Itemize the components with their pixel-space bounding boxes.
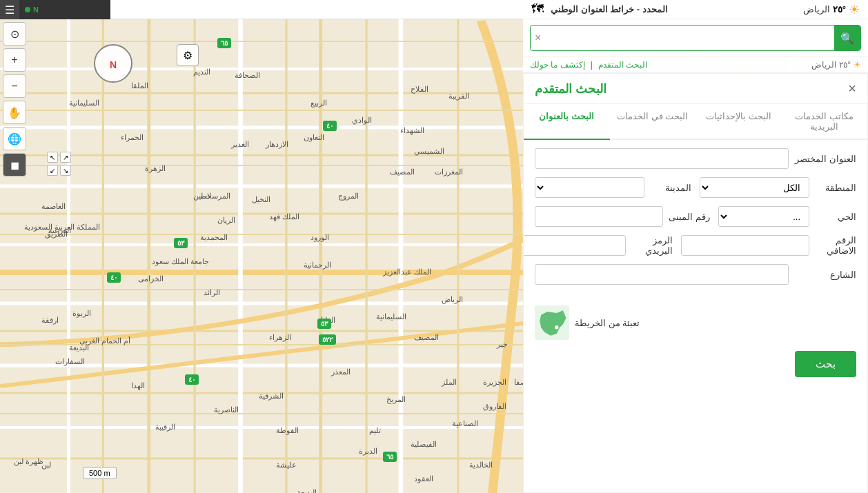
- weather-temp-small: ☀ °٢٥ الرياض: [811, 60, 861, 70]
- advanced-search-panel: × البحث المتقدم البحث بالعنوان البحث في …: [523, 73, 868, 493]
- short-address-row: العنوان المختصر: [535, 148, 856, 169]
- highway-marker-hm5: ٥٣: [317, 319, 331, 329]
- expand-bottomright-button[interactable]: ↘: [60, 165, 71, 176]
- highway-marker-hm4: ٤٠: [107, 272, 121, 283]
- highway-marker-hm3: ٥٣: [174, 238, 188, 248]
- advanced-search-title: البحث المتقدم: [535, 81, 606, 97]
- pan-icon: ✋: [8, 106, 21, 119]
- zoom-in-icon: +: [11, 54, 17, 66]
- highway-marker-hm6: ٥٢٢: [319, 334, 336, 345]
- map-logo-icon: 🗺: [531, 2, 544, 17]
- right-panel: ☀ °٢٥ الرياض المحدد - خرائط العنوان الوط…: [523, 0, 868, 493]
- scale-label: 500 m: [89, 469, 110, 477]
- tab-by-service[interactable]: البحث في الخدمات: [610, 104, 696, 140]
- search-submit-button[interactable]: بحث: [795, 351, 856, 377]
- svg-point-45: [555, 325, 558, 329]
- region-city-row: المنطقة الكل المدينة: [535, 177, 856, 198]
- weather-city: الرياض: [803, 4, 830, 14]
- tab-by-address[interactable]: البحث بالعنوان: [524, 104, 610, 140]
- expand-bottomleft-button[interactable]: ↙: [47, 165, 58, 176]
- city-col: المدينة: [535, 177, 691, 198]
- zoom-out-button[interactable]: −: [3, 74, 26, 98]
- zoom-in-button[interactable]: +: [3, 48, 26, 72]
- zoom-out-icon: −: [11, 80, 17, 92]
- layer-button[interactable]: ◼: [3, 153, 26, 177]
- hamburger-icon: ☰: [5, 3, 14, 17]
- advanced-search-form: العنوان المختصر المنطقة الكل المدينة: [524, 140, 867, 301]
- building-col: رقم المبنى: [535, 206, 710, 227]
- settings-icon: ⚙: [183, 49, 193, 62]
- building-label: رقم المبنى: [669, 212, 710, 222]
- short-address-input[interactable]: [535, 148, 789, 169]
- close-icon: ×: [848, 81, 856, 96]
- settings-button[interactable]: ⚙: [177, 44, 199, 66]
- location-button[interactable]: ⊙: [3, 22, 26, 46]
- short-address-label: العنوان المختصر: [794, 154, 856, 164]
- highway-marker-hm7: ٦٥: [383, 452, 397, 462]
- advanced-search-close-button[interactable]: ×: [848, 81, 856, 97]
- search-input-wrapper: 🔍 ×: [530, 25, 861, 51]
- postal-col: الرمز البريدي: [523, 235, 673, 256]
- highway-marker-hm1: ٦٥: [217, 38, 231, 48]
- district-select[interactable]: ...: [718, 206, 809, 227]
- advanced-search-tabs: البحث بالعنوان البحث في الخدمات البحث با…: [524, 104, 867, 140]
- globe-icon: 🌐: [8, 132, 21, 145]
- street-input[interactable]: [535, 264, 789, 285]
- search-button-row: بحث: [524, 344, 867, 384]
- compass-n-label: N: [110, 54, 117, 72]
- district-col: الحي ...: [718, 206, 856, 227]
- building-number-input[interactable]: [535, 206, 663, 227]
- advanced-search-link[interactable]: البحث المتقدم: [598, 60, 647, 70]
- saudi-map-icon[interactable]: [535, 305, 569, 340]
- layer-icon: ◼: [10, 159, 19, 172]
- additional-postal-row: الرقم الاضافي الرمز البريدي: [535, 235, 856, 256]
- street-label: الشارع: [794, 270, 856, 280]
- expand-row-2: ↙ ↘: [47, 165, 71, 176]
- hamburger-button[interactable]: ☰: [0, 0, 19, 19]
- city-select[interactable]: [535, 177, 644, 198]
- discover-link[interactable]: إكتشف ما حولك: [530, 60, 585, 70]
- sub-links: ☀ °٢٥ الرياض البحث المتقدم | إكتشف ما حو…: [523, 57, 868, 73]
- expand-topleft-button[interactable]: ↖: [47, 152, 58, 163]
- region-select[interactable]: الكل: [700, 177, 809, 198]
- map-fill-label: تعبئة من الخريطة: [575, 318, 640, 328]
- search-bar: 🔍 ×: [523, 19, 868, 57]
- weather-icon: ☀: [849, 2, 860, 17]
- pan-button[interactable]: ✋: [3, 101, 26, 124]
- panel-title: المحدد - خرائط العنوان الوطني: [551, 4, 668, 14]
- search-input[interactable]: [545, 29, 834, 48]
- region-col: المنطقة الكل: [700, 177, 856, 198]
- search-button[interactable]: 🔍: [834, 26, 860, 50]
- scale-bar: 500 m: [83, 467, 117, 479]
- postal-code-label: الرمز البريدي: [631, 235, 673, 256]
- additional-col: الرقم الاضافي: [681, 235, 856, 256]
- sun-icon: ☀: [854, 60, 861, 70]
- expand-row-1: ↖ ↗: [47, 152, 71, 163]
- additional-number-label: الرقم الاضافي: [815, 235, 856, 256]
- city-label: المدينة: [650, 183, 691, 193]
- advanced-search-header: × البحث المتقدم: [524, 74, 867, 104]
- nav-tools: ⊙ + − ✋ 🌐 ◼: [3, 22, 26, 177]
- region-label: المنطقة: [815, 183, 856, 193]
- hamburger-area: ☰ N: [0, 0, 110, 19]
- weather-temperature: °٢٥: [833, 4, 846, 14]
- postal-code-input[interactable]: [523, 235, 626, 256]
- location-icon: ⊙: [10, 28, 19, 41]
- globe-button[interactable]: 🌐: [3, 127, 26, 150]
- district-label: الحي: [815, 212, 856, 222]
- tab-by-stats[interactable]: البحث بالإحداثيات: [696, 104, 782, 140]
- search-icon: 🔍: [840, 32, 854, 45]
- highway-marker-hm2: ٤٠: [323, 121, 337, 131]
- clear-button[interactable]: ×: [531, 32, 545, 44]
- map-fill-area: تعبئة من الخريطة: [524, 301, 867, 344]
- expand-topright-button[interactable]: ↗: [60, 152, 71, 163]
- weather-widget: ☀ °٢٥ الرياض: [803, 2, 860, 17]
- additional-number-input[interactable]: [681, 235, 809, 256]
- highway-marker-hm9: ٤٠: [185, 374, 199, 385]
- tab-by-offices[interactable]: مكاتب الخدمات البريدية: [782, 104, 868, 140]
- clear-icon: ×: [535, 32, 541, 43]
- expand-buttons: ↖ ↗ ↙ ↘: [47, 152, 71, 176]
- panel-topbar: ☀ °٢٥ الرياض المحدد - خرائط العنوان الوط…: [523, 0, 868, 19]
- district-building-row: الحي ... رقم المبنى: [535, 206, 856, 227]
- compass-button[interactable]: N: [94, 44, 132, 83]
